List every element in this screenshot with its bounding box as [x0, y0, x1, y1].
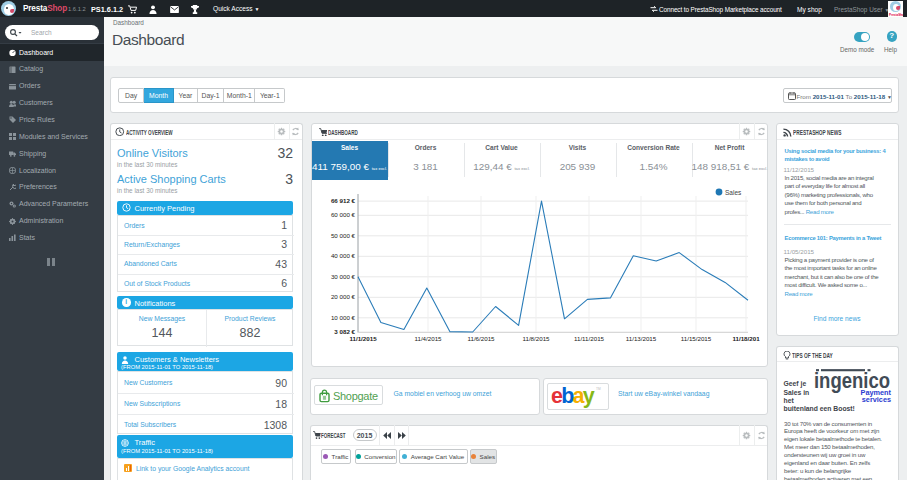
svg-text:11/6/2015: 11/6/2015: [467, 335, 495, 342]
svg-text:10 000 €: 10 000 €: [331, 314, 356, 321]
svg-text:40 000 €: 40 000 €: [331, 252, 356, 259]
svg-text:11/15/2015: 11/15/2015: [681, 335, 712, 342]
svg-text:30 000 €: 30 000 €: [331, 273, 356, 280]
svg-text:11/1/2015: 11/1/2015: [349, 335, 377, 342]
svg-text:3 082 €: 3 082 €: [334, 328, 355, 335]
svg-text:11/11/2015: 11/11/2015: [574, 335, 605, 342]
svg-text:60 000 €: 60 000 €: [331, 211, 356, 218]
svg-text:11/18/201: 11/18/201: [732, 335, 760, 342]
svg-text:50 000 €: 50 000 €: [331, 232, 356, 239]
svg-text:Sales: Sales: [725, 189, 742, 196]
svg-text:11/13/2015: 11/13/2015: [626, 335, 657, 342]
svg-text:20 000 €: 20 000 €: [331, 293, 356, 300]
svg-text:11/8/2015: 11/8/2015: [522, 335, 550, 342]
svg-text:11/4/2015: 11/4/2015: [414, 335, 442, 342]
svg-text:66 912 €: 66 912 €: [331, 197, 356, 204]
